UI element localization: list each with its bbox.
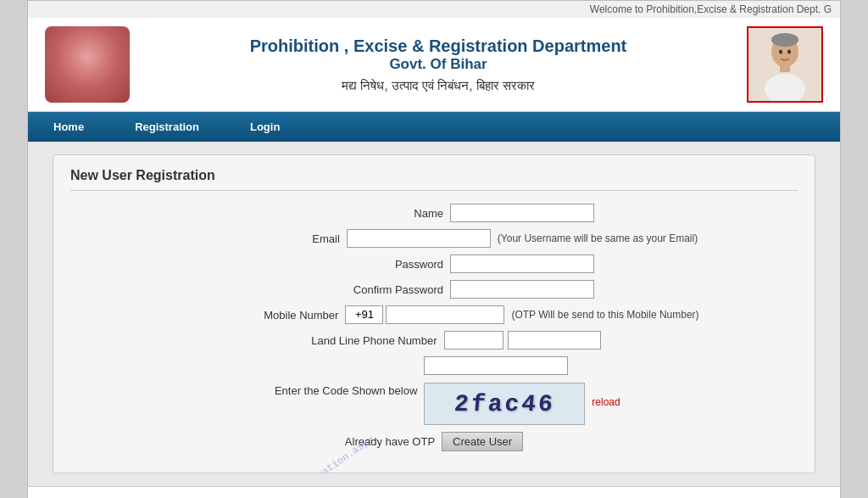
- mobile-input[interactable]: [386, 305, 504, 324]
- logo-right: [747, 26, 823, 103]
- form-title: New User Registration: [70, 168, 798, 191]
- main-content: Source From: https://biharregd.bihar.gov…: [28, 142, 840, 486]
- reload-link[interactable]: reload: [592, 396, 620, 408]
- dept-title-line2: Govt. Of Bihar: [147, 56, 730, 73]
- name-row: Name: [70, 204, 798, 222]
- svg-point-5: [779, 50, 782, 54]
- email-label: Email: [170, 232, 340, 245]
- name-label: Name: [274, 207, 443, 220]
- svg-point-4: [771, 33, 798, 47]
- confirm-password-input[interactable]: [450, 280, 594, 299]
- captcha-value: 2fac46: [453, 391, 557, 417]
- email-row: Email (Your Username will be same as you…: [70, 229, 798, 248]
- landline-row: Land Line Phone Number: [70, 331, 798, 350]
- header-text: Prohibition , Excise & Registration Depa…: [147, 36, 730, 93]
- form-container: Source From: https://biharregd.bihar.gov…: [53, 154, 815, 473]
- captcha-input[interactable]: [424, 356, 568, 375]
- hindi-text: मद्य निषेध, उत्पाद एवं निबंधन, बिहार सरक…: [147, 78, 730, 93]
- header: Prohibition , Excise & Registration Depa…: [28, 18, 840, 112]
- person-photo-icon: [748, 28, 821, 101]
- confirm-password-label: Confirm Password: [274, 283, 443, 296]
- mobile-label: Mobile Number: [169, 309, 338, 322]
- captcha-image: 2fac46: [424, 383, 585, 425]
- password-row: Password: [70, 255, 798, 273]
- svg-point-6: [787, 50, 791, 54]
- nav-registration[interactable]: Registration: [109, 112, 225, 142]
- landline-std-input[interactable]: [444, 331, 504, 350]
- landline-number-input[interactable]: [508, 331, 601, 350]
- email-note: (Your Username will be same as your Emai…: [498, 232, 698, 244]
- mobile-note: (OTP Will be send to this Mobile Number): [511, 309, 698, 321]
- landline-label: Land Line Phone Number: [268, 334, 437, 347]
- captcha-label-row: Enter the Code Shown below 2fac46 reload: [70, 356, 798, 425]
- otp-row: Already have OTP Create User: [70, 432, 798, 451]
- password-input[interactable]: [450, 255, 594, 273]
- captcha-label: Enter the Code Shown below: [248, 384, 417, 397]
- nav-home[interactable]: Home: [28, 112, 109, 142]
- svg-rect-2: [780, 65, 790, 72]
- navigation: Home Registration Login: [28, 112, 840, 142]
- otp-label: Already have OTP: [345, 435, 435, 448]
- dept-title-line1: Prohibition , Excise & Registration Depa…: [147, 36, 730, 56]
- footer: Society Registration Society Amendment F…: [28, 486, 840, 498]
- name-input[interactable]: [450, 204, 594, 222]
- welcome-text: Welcome to Prohibition,Excise & Registra…: [590, 3, 832, 15]
- logo-left: [45, 26, 130, 103]
- create-user-button[interactable]: Create User: [442, 432, 523, 451]
- email-input[interactable]: [347, 229, 491, 248]
- top-bar: Welcome to Prohibition,Excise & Registra…: [28, 1, 840, 18]
- confirm-password-row: Confirm Password: [70, 280, 798, 299]
- password-label: Password: [274, 258, 443, 271]
- mobile-row: Mobile Number +91 (OTP Will be send to t…: [70, 305, 798, 324]
- mobile-prefix: +91: [345, 305, 383, 324]
- nav-login[interactable]: Login: [225, 112, 305, 142]
